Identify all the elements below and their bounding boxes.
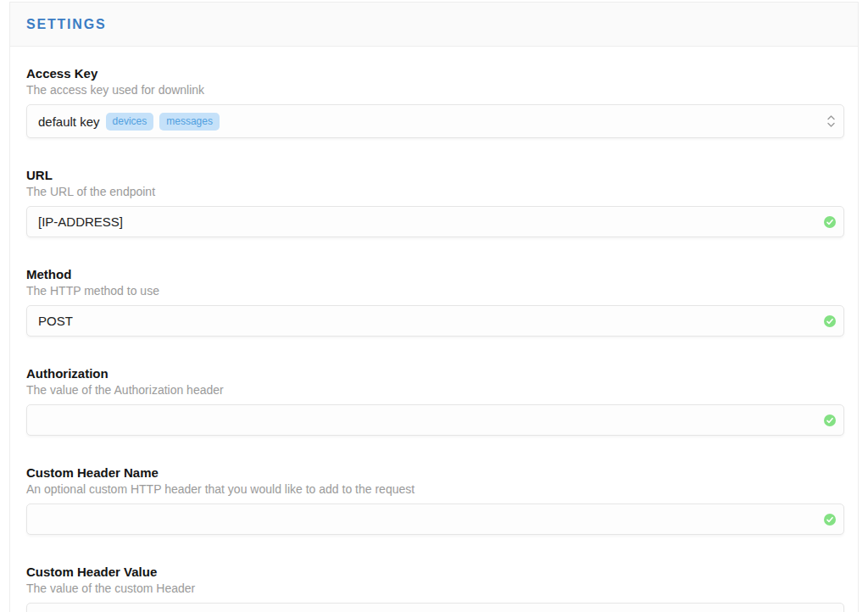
up-down-chevron-icon [826, 114, 836, 129]
field-label: Access Key [26, 66, 844, 81]
field-description: The HTTP method to use [26, 284, 844, 298]
settings-panel: SETTINGS Access Key The access key used … [9, 2, 859, 612]
field-custom-header-name: Custom Header Name An optional custom HT… [26, 465, 844, 535]
authorization-input[interactable] [26, 404, 844, 436]
field-method: Method The HTTP method to use [26, 267, 844, 337]
field-label: URL [26, 168, 844, 183]
scope-badge: devices [106, 113, 154, 131]
custom-header-name-input[interactable] [26, 504, 844, 535]
field-description: The value of the Authorization header [26, 383, 844, 398]
selected-value: default key [38, 114, 100, 129]
field-description: The value of the custom Header [26, 581, 844, 596]
check-circle-icon [824, 514, 836, 526]
check-circle-icon [824, 216, 836, 228]
field-authorization: Authorization The value of the Authoriza… [26, 366, 844, 436]
scope-badge: messages [159, 113, 220, 131]
settings-form: Access Key The access key used for downl… [10, 47, 858, 612]
method-input[interactable] [26, 305, 844, 337]
field-label: Authorization [26, 366, 844, 381]
custom-header-value-input[interactable] [26, 603, 844, 612]
check-circle-icon [824, 315, 836, 327]
field-description: An optional custom HTTP header that you … [26, 482, 844, 497]
field-label: Custom Header Name [26, 465, 844, 481]
panel-header: SETTINGS [10, 2, 858, 47]
field-description: The access key used for downlink [26, 83, 844, 97]
url-input[interactable] [26, 206, 844, 237]
page-title: SETTINGS [26, 17, 106, 32]
check-circle-icon [824, 414, 836, 426]
access-key-select[interactable]: default key devicesmessages [26, 104, 844, 138]
field-url: URL The URL of the endpoint [26, 168, 844, 237]
field-description: The URL of the endpoint [26, 185, 844, 199]
field-label: Method [26, 267, 844, 282]
field-custom-header-value: Custom Header Value The value of the cus… [26, 565, 844, 612]
field-access-key: Access Key The access key used for downl… [26, 66, 844, 138]
field-label: Custom Header Value [26, 565, 844, 580]
